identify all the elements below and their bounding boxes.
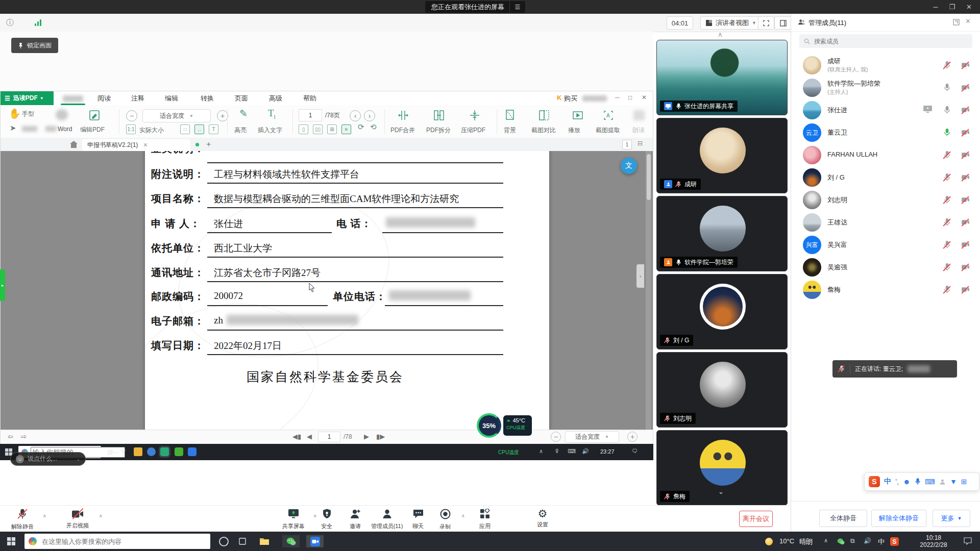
minimize-icon[interactable]: ─ bbox=[933, 3, 938, 11]
ime-skin-icon[interactable]: ▼ bbox=[950, 478, 957, 486]
tray-volume-icon[interactable]: 🔊 bbox=[582, 448, 589, 455]
tray-mic-icon[interactable]: 🎙 bbox=[554, 448, 560, 454]
close-icon[interactable]: ✕ bbox=[966, 3, 972, 11]
highlight-label[interactable]: 高亮 bbox=[234, 126, 247, 135]
history-forward-icon[interactable]: ⇨ bbox=[21, 433, 27, 440]
last-page-icon[interactable]: ▮▶ bbox=[376, 433, 385, 440]
video-tile[interactable]: 软件学院—郭培荣 bbox=[656, 196, 788, 271]
mic-options-caret[interactable]: ∧ bbox=[43, 513, 46, 518]
ime-toolbox-icon[interactable]: ⊞ bbox=[961, 478, 967, 486]
network-signal-icon[interactable] bbox=[35, 19, 41, 26]
doc-scrollbar-thumb[interactable] bbox=[647, 154, 651, 200]
tray-expand-icon[interactable]: ∧ bbox=[539, 448, 543, 455]
member-row[interactable]: 软件学院—郭培荣 (主持人) bbox=[791, 77, 980, 99]
member-search-box[interactable] bbox=[799, 34, 972, 48]
active-app-icon[interactable] bbox=[160, 447, 169, 456]
thumbnail-panel-badge[interactable]: 1 bbox=[622, 140, 632, 149]
continuous-icon[interactable]: ≡ bbox=[341, 124, 351, 134]
pdf-menu-advanced[interactable]: 高级 bbox=[269, 94, 282, 103]
read-aloud-label[interactable]: 朗读 bbox=[632, 126, 645, 135]
manage-members-button[interactable]: 管理成员(11) bbox=[366, 508, 407, 530]
select-tool-icon[interactable]: ➤ bbox=[10, 123, 16, 133]
panel-expand-handle[interactable]: › bbox=[636, 264, 644, 288]
pdf-app-logo[interactable]: ☰ 迅读PDF ▾ bbox=[1, 91, 54, 105]
play-label[interactable]: 播放 bbox=[568, 126, 580, 135]
zoom-in-icon[interactable]: + bbox=[217, 110, 228, 121]
chat-button[interactable]: 聊天 bbox=[405, 508, 431, 530]
insert-text-icon[interactable]: TI bbox=[268, 108, 276, 120]
taskbar-search-input[interactable] bbox=[41, 537, 196, 546]
member-search-input[interactable] bbox=[813, 37, 958, 45]
video-tile[interactable]: ⌄ 詹梅 bbox=[656, 430, 788, 506]
weather-desc[interactable]: 晴朗 bbox=[799, 537, 813, 546]
member-row[interactable]: 刘 / G bbox=[791, 166, 980, 189]
zoom-out-icon[interactable]: − bbox=[126, 110, 137, 121]
pdf-split-label[interactable]: PDF拆分 bbox=[426, 126, 451, 135]
pdf-merge-icon[interactable] bbox=[397, 109, 410, 122]
pdf-menu-convert[interactable]: 转换 bbox=[201, 94, 214, 103]
pdf-menu-annotate[interactable]: 注释 bbox=[131, 94, 144, 103]
taskbar-search-box[interactable] bbox=[24, 534, 210, 549]
action-center-icon[interactable] bbox=[964, 537, 972, 547]
presenter-search-button[interactable]: 搜一下 bbox=[107, 448, 126, 457]
unmute-button[interactable]: 解除静音 bbox=[4, 508, 41, 531]
doc-tab[interactable]: 申报书草稿V2.2(1) ✕ bbox=[82, 139, 190, 151]
start-button-icon[interactable] bbox=[7, 537, 15, 545]
cpu-usage-gauge[interactable]: 35% bbox=[477, 413, 501, 438]
cortana-icon[interactable] bbox=[217, 535, 230, 547]
ime-voice-icon[interactable] bbox=[915, 478, 921, 485]
insert-text-label[interactable]: 插入文字 bbox=[258, 126, 282, 135]
tray-expand-icon[interactable]: ∧ bbox=[824, 537, 828, 544]
page-width-icon[interactable]: ‥ bbox=[194, 124, 204, 134]
assistant-edge-handle[interactable]: ▸ bbox=[0, 269, 5, 301]
file-explorer-icon[interactable] bbox=[258, 535, 271, 547]
next-page-icon[interactable]: › bbox=[364, 110, 375, 121]
taskbar-clock[interactable]: 10:182022/2/28 bbox=[912, 534, 955, 548]
pdf-compress-icon[interactable] bbox=[468, 109, 481, 122]
doc-scrollbar-track[interactable] bbox=[646, 151, 651, 430]
fullscreen-button[interactable] bbox=[758, 16, 774, 30]
status-page-input[interactable]: 1 bbox=[318, 432, 340, 442]
record-options-caret[interactable]: ∧ bbox=[461, 513, 465, 518]
chevron-down-icon[interactable]: ⌄ bbox=[76, 457, 80, 462]
sogou-tray-icon[interactable]: S bbox=[890, 537, 899, 546]
pdf-menu-page[interactable]: 页面 bbox=[235, 94, 248, 103]
sogou-logo-icon[interactable]: S bbox=[869, 476, 880, 487]
four-page-icon[interactable]: ⊞ bbox=[327, 124, 337, 134]
task-view-icon[interactable] bbox=[236, 535, 249, 547]
leave-meeting-button[interactable]: 离开会议 bbox=[739, 511, 773, 527]
hand-tool-icon[interactable]: ✋ bbox=[9, 108, 21, 119]
member-row[interactable]: 成研 (联席主持人, 我) bbox=[791, 54, 980, 77]
danmaku-input[interactable]: ☺ 说点什么... ⌄ bbox=[10, 452, 86, 466]
pdf-minimize-icon[interactable]: ─ bbox=[615, 94, 620, 101]
member-row[interactable]: 云卫 董云卫 bbox=[791, 121, 980, 144]
pdf-menu-edit[interactable]: 编辑 bbox=[165, 94, 178, 103]
weather-temp[interactable]: 10°C bbox=[779, 537, 794, 545]
next-page-icon[interactable]: ▶ bbox=[364, 433, 369, 440]
view-mode-dropdown[interactable]: 演讲者视图 ▼ bbox=[700, 16, 762, 30]
maximize-icon[interactable]: ❐ bbox=[949, 3, 955, 11]
presenter-clock[interactable]: 23:27 bbox=[600, 448, 615, 455]
home-icon[interactable] bbox=[70, 141, 78, 148]
extract-label[interactable]: 截图提取 bbox=[596, 126, 620, 135]
meeting-taskbar-icon[interactable] bbox=[306, 535, 324, 547]
new-tab-icon[interactable]: ＋ bbox=[205, 139, 212, 149]
ime-keyboard-icon[interactable]: ⌨ bbox=[925, 478, 935, 486]
settings-button[interactable]: ⚙ 设置 bbox=[530, 508, 555, 529]
rotate-cw-icon[interactable]: ⟳ bbox=[358, 122, 364, 132]
pdf-split-icon[interactable] bbox=[432, 109, 446, 122]
edit-pdf-label[interactable]: 编辑PDF bbox=[80, 126, 105, 134]
panel-close-icon[interactable]: ✕ bbox=[965, 17, 971, 25]
tab-close-icon[interactable]: ✕ bbox=[143, 142, 148, 148]
actual-size-icon[interactable]: 1:1 bbox=[126, 124, 136, 134]
member-row[interactable]: 刘志明 bbox=[791, 189, 980, 211]
float-translate-button[interactable]: 文 bbox=[621, 158, 637, 174]
folder-icon[interactable] bbox=[134, 447, 142, 456]
security-button[interactable]: 安全 bbox=[312, 508, 341, 530]
member-row[interactable]: 兴富 吴兴富 bbox=[791, 234, 980, 256]
two-page-icon[interactable]: ▯▯ bbox=[313, 124, 323, 134]
video-tile[interactable]: 刘 / G bbox=[656, 274, 788, 349]
tray-wechat-icon[interactable] bbox=[837, 538, 845, 547]
history-back-icon[interactable]: ⇦ bbox=[8, 433, 13, 440]
panel-collapse-icon[interactable]: ⊟ bbox=[638, 140, 643, 147]
